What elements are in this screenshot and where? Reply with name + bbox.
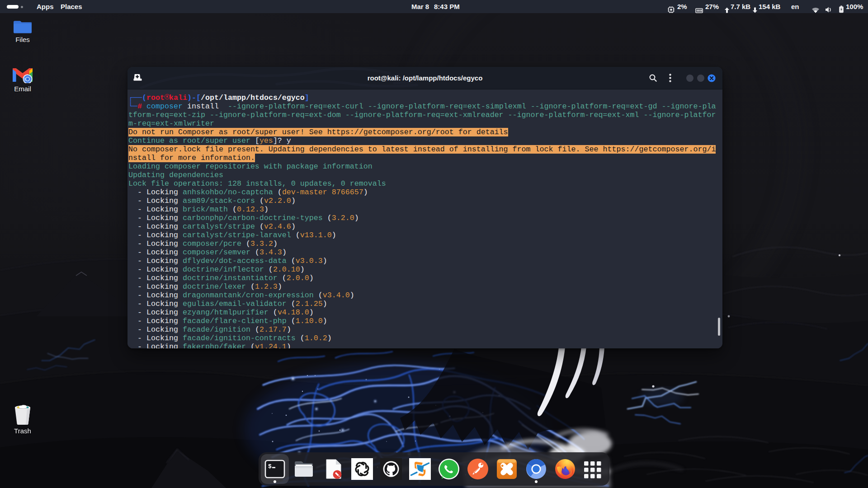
- svg-text:$: $: [268, 463, 272, 470]
